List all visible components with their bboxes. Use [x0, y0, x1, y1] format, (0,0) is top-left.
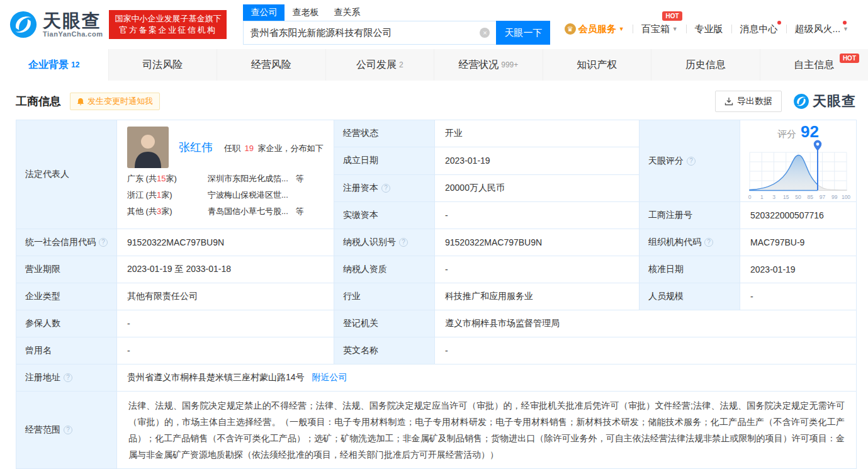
score-prefix: 评分	[777, 128, 796, 140]
list-item: 浙江 (共1家) 宁波梅山保税港区世...	[127, 189, 327, 201]
help-icon[interactable]	[381, 184, 390, 193]
watermark-text: 天眼查	[813, 92, 856, 111]
nav-item-super[interactable]: 超级风火...	[787, 23, 857, 35]
field-value-insured-count: -	[117, 310, 334, 337]
score-distribution-chart: 0 1 3 15 50 85 97 99 100	[745, 138, 852, 201]
gov-certification-badge: 国家中小企业发展子基金旗下 官方备案企业征信机构	[109, 10, 227, 39]
search-tab-company[interactable]: 查公司	[243, 4, 285, 21]
gov-badge-line1: 国家中小企业发展子基金旗下	[115, 13, 221, 25]
tab-label: 公司发展	[356, 59, 397, 72]
field-value-english-name: -	[435, 337, 857, 364]
company-link[interactable]: 宁波梅山保税港区世...	[208, 189, 288, 201]
field-label-staff-size: 人员规模	[640, 283, 740, 310]
help-icon[interactable]	[399, 238, 408, 247]
legal-rep-cell: 张红伟 任职 19 家企业，分布如下 广东 (共15家) 深圳市东阳光化成箔..…	[117, 120, 334, 229]
field-value-reg-number: 520322000507716	[740, 202, 857, 229]
notify-change-button[interactable]: 发生变更时通知我	[70, 93, 160, 110]
legal-rep-name-link[interactable]: 张红伟	[179, 141, 213, 154]
tab-intellectual-property[interactable]: 知识产权	[543, 49, 652, 81]
field-label-business-scope: 经营范围	[16, 392, 117, 469]
field-value-business-term: 2023-01-19 至 2033-01-18	[117, 256, 334, 283]
tab-history-info[interactable]: 历史信息	[651, 49, 760, 81]
search-button[interactable]: 天眼一下	[496, 21, 550, 45]
tenure-suffix: 家企业，分布如下	[258, 144, 324, 153]
clear-search-icon[interactable]	[480, 28, 490, 38]
help-icon[interactable]	[687, 157, 696, 166]
nav-pro-label: 专业版	[695, 23, 723, 35]
field-label-registry: 登记机关	[334, 310, 435, 337]
tab-operation-risk[interactable]: 经营风险	[217, 49, 326, 81]
tab-label: 经营状况	[458, 59, 499, 72]
crown-icon	[565, 23, 576, 35]
nav-item-vip-services[interactable]: 会员服务	[556, 23, 633, 35]
download-icon	[724, 97, 733, 106]
dist-region: 浙江 (共1家)	[127, 189, 208, 201]
list-item: 广东 (共15家) 深圳市东阳光化成箔... 等	[127, 173, 327, 184]
tab-company-background[interactable]: 企业背景 12	[0, 49, 109, 81]
table-row: 曾用名 - 英文名称 -	[16, 337, 857, 364]
avatar[interactable]	[127, 127, 169, 168]
field-label-taxpayer-id: 纳税人识别号	[334, 229, 435, 256]
nav-super-label: 超级风火...	[795, 23, 841, 35]
help-icon[interactable]	[99, 238, 108, 247]
export-data-button[interactable]: 导出数据	[715, 91, 782, 112]
field-value-former-name: -	[117, 337, 334, 364]
tab-label: 知识产权	[577, 59, 617, 72]
table-row: 统一社会信用代码 91520322MAC797BU9N 纳税人识别号 91520…	[16, 229, 857, 256]
nav-item-toolbox[interactable]: HOT 百宝箱	[633, 23, 686, 35]
tab-judicial-risk[interactable]: 司法风险	[109, 49, 218, 81]
tyc-score-cell[interactable]: 评分 92	[740, 120, 857, 202]
tab-operation-status[interactable]: 经营状况 999+	[434, 49, 543, 81]
notify-button-label: 发生变更时通知我	[87, 96, 153, 107]
field-value-taxpayer-quality: -	[435, 256, 640, 283]
tab-self-info[interactable]: 自主信息 HOT	[760, 49, 868, 81]
search-input[interactable]	[244, 28, 480, 38]
dist-extra: 等	[296, 206, 304, 217]
svg-text:97: 97	[820, 194, 826, 200]
section-title: 工商信息	[16, 94, 61, 109]
export-button-label: 导出数据	[737, 96, 772, 107]
help-icon[interactable]	[704, 238, 713, 247]
hot-badge: HOT	[840, 54, 859, 63]
nav-item-pro-version[interactable]: 专业版	[687, 23, 731, 35]
svg-text:1: 1	[760, 194, 764, 200]
search-tab-boss[interactable]: 查老板	[285, 4, 326, 21]
dist-extra: 等	[296, 173, 304, 184]
site-logo[interactable]: 天眼查 TianYanCha.com	[9, 10, 103, 39]
svg-text:15: 15	[783, 194, 789, 200]
field-label-former-name: 曾用名	[16, 337, 117, 364]
search-box: 天眼一下	[243, 21, 550, 45]
search-tab-relation[interactable]: 查关系	[326, 4, 368, 21]
field-label-address: 注册地址	[16, 364, 117, 392]
tab-count: 12	[71, 60, 79, 69]
label-text: 法定代表人	[25, 169, 69, 179]
logo-domain: TianYanCha.com	[43, 30, 103, 38]
tenure-count: 19	[245, 144, 254, 153]
nav-messages-label: 消息中心	[740, 23, 778, 35]
nav-toolbox-label: 百宝箱	[641, 23, 670, 35]
table-row: 参保人数 - 登记机关 遵义市桐梓县市场监督管理局	[16, 310, 857, 337]
score-value: 92	[801, 122, 819, 142]
tab-label: 司法风险	[142, 59, 183, 72]
field-value-paid-capital: -	[435, 202, 640, 229]
nav-item-message-center[interactable]: 消息中心	[732, 23, 786, 35]
watermark-logo: 天眼查	[793, 92, 856, 111]
help-icon[interactable]	[64, 373, 72, 382]
table-row: 企业类型 其他有限责任公司 行业 科技推广和应用服务业 人员规模 -	[16, 283, 857, 310]
help-icon[interactable]	[64, 426, 72, 434]
svg-text:3: 3	[772, 194, 775, 200]
legal-rep-tenure: 任职 19 家企业，分布如下	[224, 144, 324, 153]
nearby-companies-link[interactable]: 附近公司	[312, 372, 347, 382]
dist-region: 其他 (共3家)	[127, 206, 208, 217]
field-label-taxpayer-quality: 纳税人资质	[334, 256, 435, 283]
logo-title: 天眼查	[43, 11, 103, 30]
company-link[interactable]: 青岛国信小草七号股...	[208, 206, 288, 217]
chevron-down-icon	[619, 26, 624, 32]
legal-rep-summary: 张红伟 任职 19 家企业，分布如下	[127, 127, 327, 168]
field-label-industry: 行业	[334, 283, 435, 310]
bell-icon	[77, 98, 84, 106]
tab-label: 历史信息	[685, 59, 726, 72]
tab-company-development[interactable]: 公司发展 2	[326, 49, 435, 81]
hot-badge: HOT	[662, 11, 682, 21]
company-link[interactable]: 深圳市东阳光化成箔...	[208, 173, 288, 184]
